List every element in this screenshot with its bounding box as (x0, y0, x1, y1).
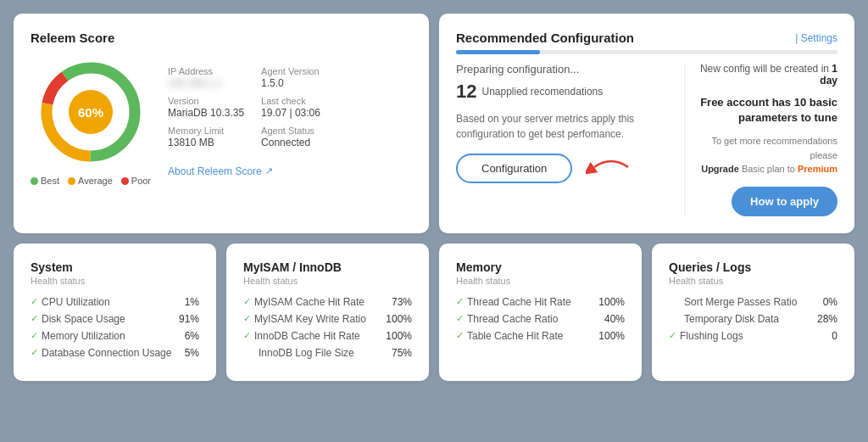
system-subtitle: Health status (31, 276, 199, 286)
queries-metrics: Sort Merge Passes Ratio 0% Temporary Dis… (669, 296, 837, 342)
queries-title: Queries / Logs (669, 260, 837, 274)
metric-row: ✓ Disk Space Usage 91% (31, 313, 199, 325)
last-check-label: Last check (261, 96, 337, 106)
ip-value: 192.168.1.1 (168, 77, 221, 89)
unapplied-row: 12 Unapplied recomendations (456, 81, 670, 103)
score-info: IP Address 192.168.1.1 Agent Version 1.5… (168, 66, 337, 148)
check-icon: ✓ (456, 296, 464, 307)
metric-row: InnoDB Log File Size 75% (243, 347, 412, 359)
metric-row: ✓ MyISAM Cache Hit Rate 73% (243, 296, 412, 308)
check-icon: ✓ (31, 296, 38, 307)
red-arrow-icon (586, 154, 630, 181)
settings-link[interactable]: | Settings (795, 32, 837, 44)
metric-row: ✓ Thread Cache Hit Rate 100% (456, 296, 625, 308)
donut-chart: 60% (36, 57, 146, 167)
metric-row: ✓ MyISAM Key Write Ratio 100% (243, 313, 412, 325)
progress-bar-wrap (456, 50, 837, 54)
queries-subtitle: Health status (669, 276, 837, 286)
memory-card: Memory Health status ✓ Thread Cache Hit … (439, 243, 642, 381)
memory-title: Memory (456, 260, 625, 274)
new-config-text: New config will be created in 1 day (698, 63, 837, 87)
upgrade-word: Upgrade (701, 164, 739, 174)
poor-dot (121, 177, 129, 185)
queries-logs-card: Queries / Logs Health status Sort Merge … (652, 243, 854, 381)
system-card: System Health status ✓ CPU Utilization 1… (14, 243, 216, 381)
based-text: Based on your server metrics apply this … (456, 111, 670, 142)
metric-row: ✓ Table Cache Hit Rate 100% (456, 330, 625, 342)
poor-label: Poor (131, 176, 151, 186)
average-dot (68, 177, 75, 185)
check-icon: ✓ (31, 330, 38, 341)
about-link-text: About Releem Score (168, 165, 262, 177)
how-to-apply-button[interactable]: How to apply (732, 187, 837, 216)
myisam-title: MyISAM / InnoDB (243, 260, 412, 274)
last-check-value: 19.07 | 03:06 (261, 107, 320, 119)
agent-status-value: Connected (261, 137, 310, 148)
memory-limit-value: 13810 MB (168, 137, 214, 148)
configuration-button[interactable]: Configuration (456, 154, 572, 183)
metric-row: Sort Merge Passes Ratio 0% (669, 296, 837, 308)
metric-row: ✓ Thread Cache Ratio 40% (456, 313, 625, 325)
arrow-indicator (586, 154, 630, 183)
memory-subtitle: Health status (456, 276, 625, 286)
check-icon: ✓ (243, 296, 251, 307)
average-label: Average (78, 176, 113, 186)
external-link-icon: ↗ (265, 165, 273, 176)
preparing-text: Preparing configuration... (456, 63, 670, 76)
best-label: Best (41, 176, 59, 186)
check-icon: ✓ (456, 313, 464, 324)
version-label: Version (168, 96, 244, 106)
rec-config-title: Recommended Configuration (456, 31, 634, 45)
releem-score-title: Releem Score (31, 31, 412, 45)
metric-row: ✓ InnoDB Cache Hit Rate 100% (243, 330, 412, 342)
check-icon: ✓ (243, 330, 251, 341)
free-account-text: Free account has 10 basicparameters to t… (700, 95, 837, 126)
agent-version-value: 1.5.0 (261, 77, 284, 89)
check-icon: ✓ (243, 313, 251, 324)
version-value: MariaDB 10.3.35 (168, 107, 244, 119)
about-releem-link[interactable]: About Releem Score ↗ (168, 165, 337, 177)
recommended-config-card: Recommended Configuration | Settings Pre… (439, 14, 854, 233)
score-legend: Best Average Poor (31, 176, 151, 186)
metric-row: ✓ CPU Utilization 1% (31, 296, 199, 308)
score-percent: 60% (69, 90, 113, 134)
check-icon: ✓ (456, 330, 464, 341)
metric-row: Temporary Disk Data 28% (669, 313, 837, 325)
metric-row: ✓ Memory Utilization 6% (31, 330, 199, 342)
metric-row: ✓ Flushing Logs 0 (669, 330, 837, 342)
best-dot (31, 177, 38, 185)
myisam-metrics: ✓ MyISAM Cache Hit Rate 73% ✓ MyISAM Key… (243, 296, 412, 359)
metric-row: ✓ Database Connection Usage 5% (31, 347, 199, 359)
myisam-card: MyISAM / InnoDB Health status ✓ MyISAM C… (226, 243, 429, 381)
agent-status-label: Agent Status (261, 126, 337, 136)
releem-score-card: Releem Score 60 (14, 14, 429, 233)
memory-metrics: ✓ Thread Cache Hit Rate 100% ✓ Thread Ca… (456, 296, 625, 342)
memory-limit-label: Memory Limit (168, 126, 244, 136)
premium-link[interactable]: Premium (798, 164, 837, 174)
system-title: System (31, 260, 199, 274)
check-icon: ✓ (31, 313, 38, 324)
check-icon: ✓ (669, 330, 676, 341)
check-icon: ✓ (31, 347, 38, 358)
progress-bar (456, 50, 540, 54)
system-metrics: ✓ CPU Utilization 1% ✓ Disk Space Usage … (31, 296, 199, 359)
unapplied-label: Unapplied recomendations (481, 86, 603, 98)
ip-label: IP Address (168, 66, 244, 76)
unapplied-count: 12 (456, 81, 476, 103)
upgrade-text: To get more recommendations please Upgra… (698, 134, 837, 176)
myisam-subtitle: Health status (243, 276, 412, 286)
agent-version-label: Agent Version (261, 66, 337, 76)
